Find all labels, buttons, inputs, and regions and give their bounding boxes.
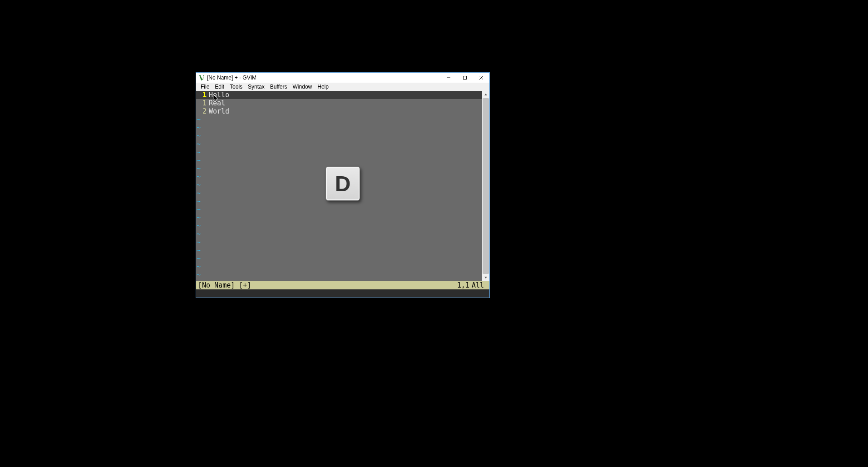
titlebar[interactable]: [No Name] + - GVIM bbox=[196, 73, 489, 83]
maximize-button[interactable] bbox=[457, 73, 473, 83]
empty-line-tilde: ~ bbox=[196, 271, 482, 279]
scroll-thumb[interactable] bbox=[483, 98, 489, 274]
svg-marker-0 bbox=[199, 75, 204, 80]
menu-edit[interactable]: Edit bbox=[212, 84, 227, 90]
empty-line-tilde: ~ bbox=[196, 124, 482, 132]
svg-rect-2 bbox=[464, 76, 467, 79]
command-bar[interactable] bbox=[196, 289, 489, 298]
vertical-scrollbar[interactable] bbox=[482, 91, 489, 281]
empty-line-tilde: ~ bbox=[196, 254, 482, 263]
scroll-track[interactable] bbox=[482, 98, 489, 274]
close-button[interactable] bbox=[473, 73, 489, 83]
line-text: Hello bbox=[209, 91, 229, 99]
status-position: 1,1 bbox=[429, 281, 469, 289]
menu-help[interactable]: Help bbox=[315, 84, 331, 90]
empty-line-tilde: ~ bbox=[196, 214, 482, 222]
line-number: 1 bbox=[196, 91, 209, 99]
line-text: World bbox=[209, 107, 229, 115]
statusbar: [No Name] [+] 1,1 All bbox=[196, 281, 489, 289]
menu-buffers[interactable]: Buffers bbox=[267, 84, 290, 90]
line-text: Real bbox=[209, 99, 225, 107]
empty-line-tilde: ~ bbox=[196, 115, 482, 124]
scroll-up-icon[interactable] bbox=[482, 91, 489, 98]
menu-tools[interactable]: Tools bbox=[227, 84, 245, 90]
menu-syntax[interactable]: Syntax bbox=[245, 84, 267, 90]
empty-line-tilde: ~ bbox=[196, 222, 482, 230]
status-scroll: All bbox=[469, 281, 488, 289]
empty-line-tilde: ~ bbox=[196, 132, 482, 140]
empty-line-tilde: ~ bbox=[196, 230, 482, 238]
scroll-down-icon[interactable] bbox=[482, 274, 489, 281]
empty-line-tilde: ~ bbox=[196, 140, 482, 148]
empty-line-tilde: ~ bbox=[196, 156, 482, 164]
window-controls bbox=[440, 73, 489, 83]
empty-line-tilde: ~ bbox=[196, 246, 482, 254]
status-filename: [No Name] [+] bbox=[198, 281, 429, 289]
line-number: 2 bbox=[196, 107, 209, 115]
code-line[interactable]: 2World bbox=[196, 107, 482, 115]
menubar: File Edit Tools Syntax Buffers Window He… bbox=[196, 83, 489, 91]
empty-line-tilde: ~ bbox=[196, 205, 482, 214]
minimize-button[interactable] bbox=[440, 73, 457, 83]
empty-line-tilde: ~ bbox=[196, 238, 482, 246]
line-number: 1 bbox=[196, 99, 209, 107]
code-line[interactable]: 1Real bbox=[196, 99, 482, 107]
menu-file[interactable]: File bbox=[198, 84, 212, 90]
menu-window[interactable]: Window bbox=[290, 84, 315, 90]
empty-line-tilde: ~ bbox=[196, 148, 482, 156]
svg-marker-5 bbox=[484, 94, 487, 95]
keycap-label: D bbox=[335, 171, 351, 196]
vim-icon bbox=[198, 74, 205, 81]
keycap-overlay: D bbox=[326, 166, 360, 201]
empty-line-tilde: ~ bbox=[196, 263, 482, 271]
svg-marker-6 bbox=[484, 277, 487, 278]
window-title: [No Name] + - GVIM bbox=[207, 75, 440, 81]
code-line[interactable]: 1Hello bbox=[196, 91, 482, 99]
